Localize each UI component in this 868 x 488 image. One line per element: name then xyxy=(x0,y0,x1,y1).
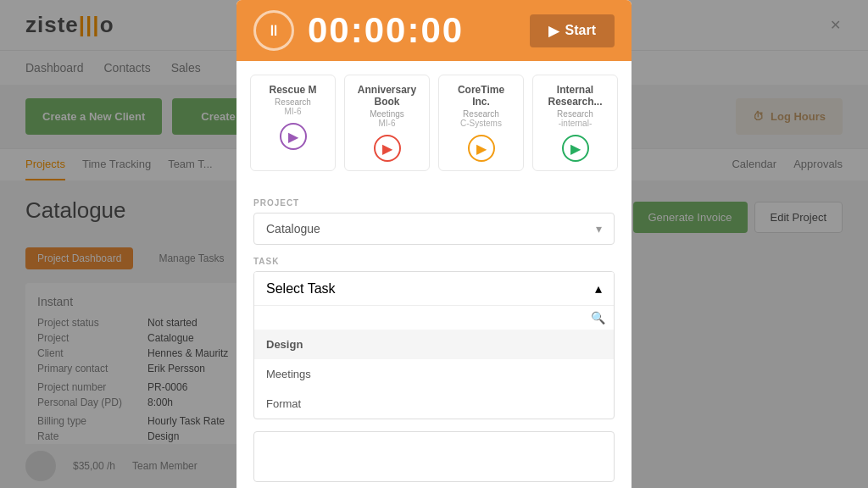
card-code-1: MI-6 xyxy=(357,119,417,128)
time-tracking-modal: ⏸ 00:00:00 ▶ Start Rescue M Research MI-… xyxy=(236,0,632,488)
task-option-meetings[interactable]: Meetings xyxy=(254,359,614,389)
card-code-3: -internal- xyxy=(545,119,605,128)
task-search-input[interactable] xyxy=(263,312,591,324)
card-play-0[interactable]: ▶ xyxy=(280,123,307,150)
chevron-up-icon: ▴ xyxy=(595,280,602,297)
task-search-row: 🔍 xyxy=(254,305,614,330)
play-icon: ▶ xyxy=(548,23,559,39)
chevron-down-icon: ▾ xyxy=(596,222,602,236)
project-select[interactable]: Catalogue ▾ xyxy=(253,213,615,245)
card-title-3: Internal Research... xyxy=(545,84,605,108)
start-button[interactable]: ▶ Start xyxy=(530,14,615,47)
card-title-2: CoreTime Inc. xyxy=(451,84,511,108)
card-play-3[interactable]: ▶ xyxy=(562,135,589,162)
project-card-0[interactable]: Rescue M Research MI-6 ▶ xyxy=(250,75,336,171)
card-code-0: MI-6 xyxy=(263,107,323,116)
project-field-label: PROJECT xyxy=(253,198,615,208)
task-dropdown-header[interactable]: Select Task ▴ xyxy=(254,272,614,305)
task-option-design[interactable]: Design xyxy=(254,330,614,359)
search-icon: 🔍 xyxy=(591,311,605,324)
card-play-2[interactable]: ▶ xyxy=(468,135,495,162)
project-select-value: Catalogue xyxy=(266,222,320,236)
project-card-3[interactable]: Internal Research... Research -internal-… xyxy=(532,75,618,171)
card-title-0: Rescue M xyxy=(263,84,323,96)
task-option-format[interactable]: Format xyxy=(254,389,614,419)
project-card-2[interactable]: CoreTime Inc. Research C-Systems ▶ xyxy=(438,75,524,171)
project-cards-section: Rescue M Research MI-6 ▶ Anniversary Boo… xyxy=(236,61,632,185)
pause-button[interactable]: ⏸ xyxy=(253,10,294,51)
notes-textarea[interactable] xyxy=(253,431,615,482)
project-card-1[interactable]: Anniversary Book Meetings MI-6 ▶ xyxy=(344,75,430,171)
timer-display: 00:00:00 xyxy=(308,10,516,51)
task-dropdown: Select Task ▴ 🔍 Design Meetings Format xyxy=(253,271,615,419)
card-sub-2: Research xyxy=(451,109,511,119)
card-sub-3: Research xyxy=(545,109,605,119)
card-play-1[interactable]: ▶ xyxy=(374,135,401,162)
pause-icon: ⏸ xyxy=(266,22,281,40)
modal-body: PROJECT Catalogue ▾ TASK Select Task ▴ 🔍… xyxy=(236,185,632,488)
card-sub-1: Meetings xyxy=(357,109,417,119)
task-field-label: TASK xyxy=(253,257,615,266)
card-title-1: Anniversary Book xyxy=(357,84,417,108)
card-code-2: C-Systems xyxy=(451,119,511,128)
task-select-placeholder: Select Task xyxy=(266,281,336,297)
card-sub-0: Research xyxy=(263,97,323,107)
timer-header: ⏸ 00:00:00 ▶ Start xyxy=(236,0,632,61)
